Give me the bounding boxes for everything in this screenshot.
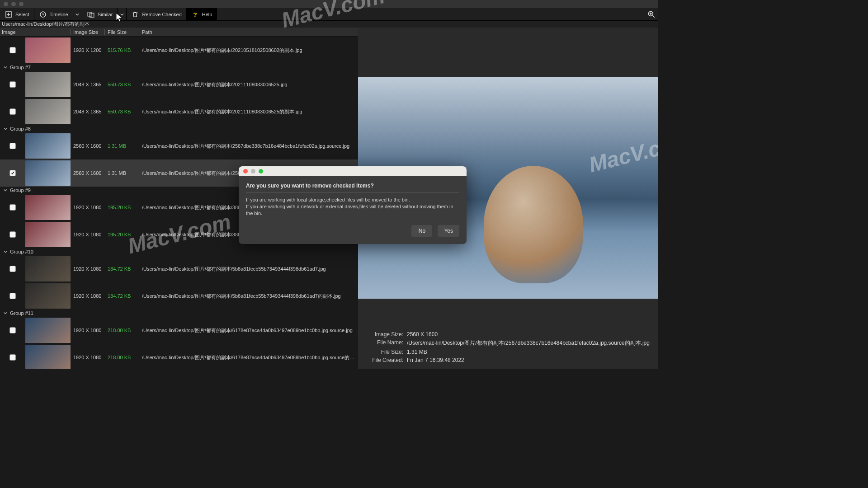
similar-label: Similar — [98, 12, 113, 17]
dialog-close-icon[interactable] — [243, 169, 248, 174]
similar-dropdown[interactable] — [118, 8, 127, 20]
meta-file-created: Fri Jan 7 16:39:48 2022 — [407, 357, 464, 363]
table-row[interactable]: 1920 X 1080218.00 KB/Users/mac-lin/Deskt… — [0, 317, 358, 344]
row-path: /Users/mac-lin/Desktop/图片/都有的副本/5b8a81fe… — [139, 293, 358, 300]
row-checkbox-cell — [0, 143, 25, 149]
row-checkbox[interactable] — [9, 47, 16, 53]
row-checkbox[interactable] — [9, 327, 16, 333]
group-label: Group #10 — [10, 249, 33, 254]
row-checkbox[interactable] — [9, 354, 16, 361]
row-checkbox[interactable] — [9, 204, 16, 211]
row-checkbox-cell — [0, 108, 25, 115]
meta-file-size-label: File Size: — [358, 349, 403, 355]
timeline-button[interactable]: Timeline — [34, 8, 73, 20]
row-path: /Users/mac-lin/Desktop/图片/都有的副本/6178e87a… — [139, 354, 358, 361]
row-file-size: 1.31 MB — [105, 143, 139, 149]
row-checkbox-cell — [0, 266, 25, 272]
meta-file-created-label: File Created: — [358, 357, 403, 363]
dialog-max-icon[interactable] — [259, 169, 263, 174]
dialog-question: Are you sure you want to remove checked … — [246, 183, 459, 193]
row-checkbox-cell — [0, 81, 25, 88]
row-checkbox[interactable] — [9, 266, 16, 272]
row-path: /Users/mac-lin/Desktop/图片/都有的副本/6178e87a… — [139, 327, 358, 334]
help-button[interactable]: ? Help — [187, 8, 217, 20]
row-thumbnail[interactable] — [25, 318, 71, 343]
row-thumbnail[interactable] — [25, 283, 71, 309]
row-checkbox[interactable] — [9, 143, 16, 149]
dialog-titlebar — [239, 166, 467, 176]
trash-icon — [131, 10, 139, 19]
row-checkbox-cell — [0, 354, 25, 361]
row-file-size: 218.00 KB — [105, 328, 139, 333]
meta-file-size: 1.31 MB — [407, 349, 427, 355]
group-label: Group #9 — [10, 188, 31, 193]
remove-checked-button[interactable]: Remove Checked — [127, 8, 186, 20]
toolbar-spacer — [217, 8, 645, 20]
row-checkbox-cell — [0, 170, 25, 176]
dialog-yes-button[interactable]: Yes — [438, 225, 459, 237]
meta-image-size-label: Image Size: — [358, 331, 403, 338]
col-image-size[interactable]: Image Size — [71, 29, 105, 35]
preview-meta: Image Size: 2560 X 1600 File Name: /User… — [358, 321, 658, 369]
group-header[interactable]: Group #10 — [0, 248, 358, 255]
row-checkbox-cell — [0, 204, 25, 211]
remove-checked-label: Remove Checked — [142, 12, 181, 17]
similar-icon — [87, 10, 95, 19]
similar-button[interactable]: Similar — [82, 8, 118, 20]
row-thumbnail[interactable] — [25, 222, 71, 247]
dialog-no-button[interactable]: No — [411, 225, 432, 237]
row-path: /Users/mac-lin/Desktop/图片/都有的副本/20211108… — [139, 81, 358, 88]
row-thumbnail[interactable] — [25, 256, 71, 282]
row-path: /Users/mac-lin/Desktop/图片/都有的副本/5b8a81fe… — [139, 266, 358, 272]
row-file-size: 218.00 KB — [105, 355, 139, 360]
table-row[interactable]: 1920 X 1080218.00 KB/Users/mac-lin/Deskt… — [0, 344, 358, 369]
row-checkbox[interactable] — [9, 170, 16, 176]
row-image-size: 1920 X 1080 — [71, 266, 105, 272]
row-checkbox[interactable] — [9, 293, 16, 299]
meta-file-name-label: File Name: — [358, 339, 403, 347]
table-row[interactable]: 2560 X 16001.31 MB/Users/mac-lin/Desktop… — [0, 132, 358, 160]
row-file-size: 550.73 KB — [105, 82, 139, 87]
toolbar: Select Timeline Similar Remove Checked ?… — [0, 8, 658, 21]
col-file-size[interactable]: File Size — [105, 29, 139, 35]
row-image-size: 1920 X 1080 — [71, 293, 105, 299]
group-header[interactable]: Group #8 — [0, 125, 358, 132]
window-titlebar — [0, 0, 658, 8]
row-thumbnail[interactable] — [25, 72, 71, 97]
row-file-size: 134.72 KB — [105, 293, 139, 299]
table-row[interactable]: 1920 X 1080134.72 KB/Users/mac-lin/Deskt… — [0, 282, 358, 310]
dialog-line-2: If you are working with a network or ext… — [246, 203, 459, 217]
row-thumbnail[interactable] — [25, 345, 71, 369]
path-text: Users/mac-lin/Desktop/图片/都有的副本 — [2, 21, 90, 28]
traffic-min-icon[interactable] — [11, 2, 16, 6]
row-checkbox-cell — [0, 293, 25, 299]
table-row[interactable]: 1920 X 1080134.72 KB/Users/mac-lin/Deskt… — [0, 255, 358, 282]
traffic-close-icon[interactable] — [4, 2, 8, 6]
table-row[interactable]: 2048 X 1365550.73 KB/Users/mac-lin/Deskt… — [0, 98, 358, 125]
table-row[interactable]: 2048 X 1365550.73 KB/Users/mac-lin/Deskt… — [0, 71, 358, 98]
row-thumbnail[interactable] — [25, 38, 71, 63]
row-checkbox[interactable] — [9, 108, 16, 115]
timeline-dropdown[interactable] — [73, 8, 82, 20]
row-checkbox[interactable] — [9, 231, 16, 238]
select-button[interactable]: Select — [0, 8, 34, 20]
row-thumbnail[interactable] — [25, 133, 71, 159]
table-row[interactable]: 1920 X 1200515.76 KB/Users/mac-lin/Deskt… — [0, 37, 358, 64]
group-header[interactable]: Group #7 — [0, 64, 358, 71]
dialog-message: If you are working with local storage,ch… — [246, 197, 459, 217]
zoom-in-button[interactable] — [645, 8, 658, 20]
svg-text:?: ? — [193, 11, 197, 18]
traffic-max-icon[interactable] — [19, 2, 24, 6]
group-header[interactable]: Group #11 — [0, 310, 358, 317]
row-file-size: 134.72 KB — [105, 266, 139, 272]
row-thumbnail[interactable] — [25, 160, 71, 186]
row-checkbox[interactable] — [9, 81, 16, 88]
row-checkbox-cell — [0, 231, 25, 238]
path-bar: Users/mac-lin/Desktop/图片/都有的副本 — [0, 21, 658, 28]
col-path[interactable]: Path — [139, 29, 358, 35]
row-image-size: 1920 X 1080 — [71, 355, 105, 360]
row-thumbnail[interactable] — [25, 99, 71, 124]
row-checkbox-cell — [0, 47, 25, 53]
row-thumbnail[interactable] — [25, 195, 71, 220]
col-image[interactable]: Image — [0, 29, 71, 35]
